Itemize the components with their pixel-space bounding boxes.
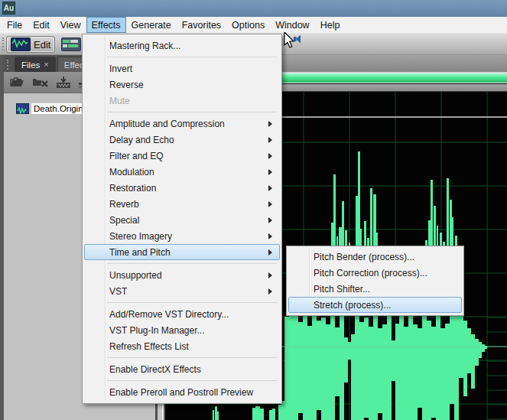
submenu-arrow-icon [268, 153, 272, 159]
effects-menu-item-vst[interactable]: VST [84, 283, 280, 299]
menu-item-label: Amplitude and Compression [109, 119, 225, 129]
effects-menu-item-invert[interactable]: Invert [84, 60, 280, 77]
effects-menu-item-vst-plug-in-manager[interactable]: VST Plug-In Manager... [84, 322, 280, 338]
menu-separator [107, 302, 277, 303]
menu-item-label: Delay and Echo [109, 135, 174, 145]
menu-item-label: Enable DirectX Effects [109, 364, 201, 375]
submenu-arrow-icon [268, 137, 272, 143]
menu-item-label: Mastering Rack... [109, 41, 180, 51]
effects-menu-item-stereo-imagery[interactable]: Stereo Imagery [84, 228, 280, 244]
effects-menu-item-mastering-rack[interactable]: Mastering Rack... [84, 37, 280, 54]
tab-close-icon[interactable]: × [44, 60, 48, 69]
effects-menu-item-add-remove-vst-directory[interactable]: Add/Remove VST Directory... [84, 306, 280, 322]
title-bar[interactable]: Au [0, 0, 507, 17]
menu-item-label: Stereo Imagery [109, 231, 172, 242]
menubar-item-options[interactable]: Options [226, 17, 270, 33]
menu-separator [107, 380, 277, 381]
submenu-arrow-icon [268, 185, 272, 191]
panel-grip[interactable] [7, 60, 12, 70]
effects-menu-item-special[interactable]: Special [84, 212, 280, 228]
effects-menu-item-restoration[interactable]: Restoration [84, 180, 280, 196]
menu-item-label: Unsupported [109, 270, 162, 281]
effects-menu-item-enable-preroll-and-postroll-preview[interactable]: Enable Preroll and Postroll Preview [84, 384, 280, 400]
submenu-item-pitch-correction-process[interactable]: Pitch Correction (process)... [288, 265, 462, 281]
menu-separator [107, 57, 277, 57]
menubar-item-file[interactable]: File [2, 17, 28, 33]
effects-menu-item-unsupported[interactable]: Unsupported [84, 267, 280, 283]
effects-menu-item-refresh-effects-list[interactable]: Refresh Effects List [84, 338, 280, 354]
time-and-pitch-submenu: Pitch Bender (process)...Pitch Correctio… [286, 246, 464, 316]
menu-item-label: Refresh Effects List [109, 341, 189, 352]
effects-menu-item-reverb[interactable]: Reverb [84, 196, 280, 212]
submenu-item-pitch-shifter[interactable]: Pitch Shifter... [288, 281, 462, 297]
menu-separator [107, 357, 277, 358]
menu-item-label: Restoration [109, 183, 156, 194]
menu-item-label: Add/Remove VST Directory... [109, 309, 229, 320]
submenu-arrow-icon [268, 249, 272, 256]
menu-item-label: Stretch (process)... [314, 300, 391, 311]
menu-item-label: VST [109, 286, 127, 297]
menu-separator [107, 263, 277, 264]
menu-item-label: Modulation [109, 167, 154, 177]
effects-menu-item-delay-and-echo[interactable]: Delay and Echo [84, 132, 280, 148]
edit-view-label: Edit [34, 39, 50, 50]
menu-item-label: Pitch Bender (process)... [314, 252, 414, 262]
submenu-arrow-icon [268, 233, 272, 239]
menubar-item-help[interactable]: Help [315, 17, 346, 33]
menu-item-label: Pitch Correction (process)... [314, 268, 427, 278]
edit-view-icon [11, 37, 31, 51]
menu-item-label: Special [109, 215, 139, 226]
effects-menu-item-amplitude-and-compression[interactable]: Amplitude and Compression [84, 116, 280, 132]
menu-item-label: Time and Pitch [109, 247, 171, 258]
menubar-item-view[interactable]: View [55, 17, 86, 33]
submenu-arrow-icon [268, 217, 272, 223]
import-file-icon[interactable] [56, 76, 71, 90]
menubar-item-favorites[interactable]: Favorites [177, 17, 226, 33]
tab-files[interactable]: Files × [15, 57, 56, 72]
menu-item-label: VST Plug-In Manager... [109, 325, 205, 336]
app-icon: Au [2, 2, 15, 15]
effects-menu-item-filter-and-eq[interactable]: Filter and EQ [84, 148, 280, 164]
menu-item-label: Reverb [109, 199, 139, 210]
submenu-arrow-icon [268, 201, 272, 207]
mouse-cursor-icon [284, 32, 305, 55]
edit-view-button[interactable]: Edit [6, 36, 55, 53]
submenu-item-stretch-process[interactable]: Stretch (process)... [288, 297, 462, 313]
effects-menu: Mastering Rack...InvertReverseMuteAmplit… [82, 34, 282, 404]
effects-menu-item-enable-directx-effects[interactable]: Enable DirectX Effects [84, 361, 280, 377]
menubar-item-edit[interactable]: Edit [28, 17, 55, 33]
submenu-arrow-icon [268, 169, 272, 175]
submenu-arrow-icon [268, 288, 272, 295]
submenu-arrow-icon [268, 272, 272, 278]
menubar-item-effects[interactable]: Effects [86, 17, 126, 33]
tab-files-label: Files [21, 60, 40, 70]
menu-item-label: Mute [109, 96, 130, 106]
effects-menu-item-mute[interactable]: Mute [84, 93, 280, 109]
menubar-item-window[interactable]: Window [270, 17, 314, 33]
menu-item-label: Filter and EQ [109, 151, 164, 161]
audio-file-icon [16, 103, 29, 114]
file-item[interactable]: Death.Original [16, 103, 93, 114]
menu-bar: FileEditViewEffectsGenerateFavoritesOpti… [0, 17, 507, 34]
menu-item-label: Invert [109, 63, 132, 74]
open-file-icon[interactable] [9, 76, 25, 89]
audition-window: Au FileEditViewEffectsGenerateFavoritesO… [0, 0, 507, 420]
menu-item-label: Reverse [109, 80, 144, 90]
menu-item-label: Enable Preroll and Postroll Preview [109, 387, 253, 398]
menu-separator [107, 112, 277, 112]
submenu-arrow-icon [268, 121, 272, 127]
close-file-icon[interactable] [32, 76, 49, 89]
submenu-item-pitch-bender-process[interactable]: Pitch Bender (process)... [288, 249, 462, 265]
menubar-item-generate[interactable]: Generate [126, 17, 177, 33]
effects-menu-item-modulation[interactable]: Modulation [84, 164, 280, 180]
effects-menu-item-time-and-pitch[interactable]: Time and Pitch [84, 244, 280, 260]
effects-menu-item-reverse[interactable]: Reverse [84, 77, 280, 93]
multitrack-view-icon [61, 37, 81, 51]
menu-item-label: Pitch Shifter... [314, 284, 370, 295]
